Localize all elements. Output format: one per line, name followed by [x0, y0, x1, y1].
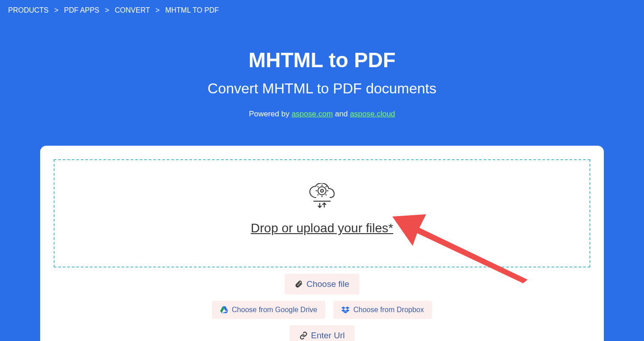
svg-point-1 [321, 189, 323, 192]
svg-point-0 [318, 187, 326, 195]
svg-line-6 [317, 186, 318, 187]
enter-url-label: Enter Url [311, 331, 345, 341]
link-icon [299, 332, 308, 340]
powered-by-text: Powered by aspose.com and aspose.cloud [0, 110, 644, 119]
google-drive-label: Choose from Google Drive [232, 306, 317, 314]
enter-url-button[interactable]: Enter Url [290, 325, 355, 341]
choose-file-button[interactable]: Choose file [285, 274, 359, 295]
dropbox-icon [341, 306, 350, 313]
breadcrumb-products[interactable]: PRODUCTS [8, 6, 49, 14]
file-dropzone[interactable]: Drop or upload your files* [54, 159, 590, 267]
attachment-icon [294, 280, 303, 288]
svg-line-8 [317, 194, 318, 195]
choose-file-label: Choose file [306, 279, 349, 289]
cloud-upload-gear-icon [307, 183, 337, 210]
dropbox-button[interactable]: Choose from Dropbox [333, 301, 432, 319]
dropzone-label: Drop or upload your files* [251, 221, 393, 235]
hero-section: MHTML to PDF Convert MHTML to PDF docume… [0, 48, 644, 119]
page-title: MHTML to PDF [0, 48, 644, 72]
breadcrumb-current: MHTML TO PDF [165, 6, 219, 14]
breadcrumb-pdf-apps[interactable]: PDF APPS [64, 6, 99, 14]
breadcrumb-convert[interactable]: CONVERT [115, 6, 150, 14]
google-drive-icon [220, 306, 228, 313]
powered-prefix: Powered by [249, 110, 292, 118]
chevron-right-icon: > [105, 6, 109, 14]
chevron-right-icon: > [54, 6, 58, 14]
dropbox-label: Choose from Dropbox [353, 306, 424, 314]
page-subtitle: Convert MHTML to PDF documents [0, 80, 644, 97]
svg-line-7 [326, 186, 327, 187]
powered-and: and [333, 110, 350, 118]
svg-line-9 [326, 194, 327, 195]
upload-card: Drop or upload your files* Choose file C… [40, 146, 604, 341]
aspose-cloud-link[interactable]: aspose.cloud [350, 110, 395, 118]
aspose-com-link[interactable]: aspose.com [291, 110, 333, 118]
breadcrumb: PRODUCTS > PDF APPS > CONVERT > MHTML TO… [0, 0, 644, 21]
chevron-right-icon: > [156, 6, 160, 14]
google-drive-button[interactable]: Choose from Google Drive [212, 301, 325, 319]
